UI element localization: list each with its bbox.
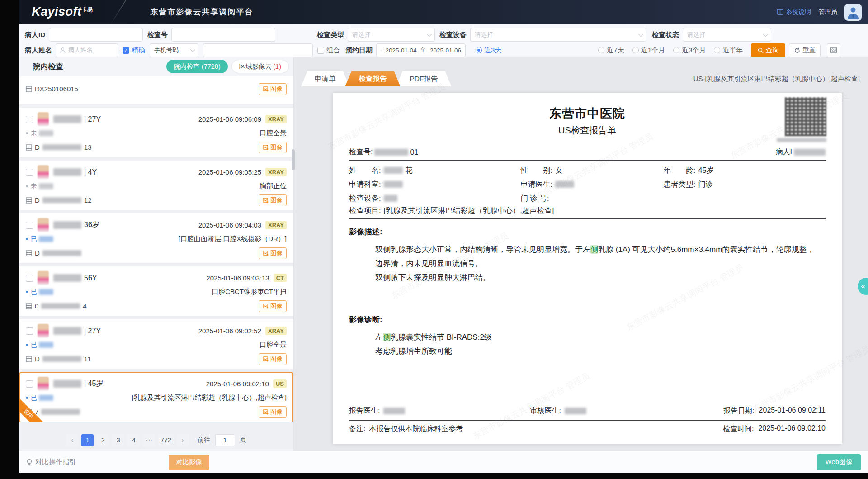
image-button[interactable]: 图像 bbox=[259, 142, 287, 153]
page-button[interactable]: 2 bbox=[97, 434, 109, 446]
report-area: 申请单 检查报告 PDF报告 US-[乳腺及其引流区淋巴结彩超（乳腺中心）,超声… bbox=[294, 57, 868, 451]
patient-name-input[interactable]: 病人姓名 bbox=[56, 43, 118, 57]
exam-no-input[interactable] bbox=[171, 28, 275, 42]
range-radio-3m[interactable] bbox=[673, 47, 679, 53]
exam-card[interactable]: 36岁 2025-01-06 09:04:03 XRAY 已 [口腔曲面断层,口… bbox=[19, 213, 293, 263]
bulb-icon bbox=[26, 459, 33, 466]
exam-status: 已 bbox=[26, 288, 53, 296]
date-range-picker[interactable]: 2025-01-04至2025-01-06 bbox=[376, 43, 466, 57]
diagnosis-body: 左侧乳腺囊实性结节 BI-RADS:2级考虑乳腺增生所致可能 bbox=[349, 330, 826, 358]
page-unit-label: 页 bbox=[240, 436, 246, 444]
system-help-link[interactable]: 系统说明 bbox=[777, 8, 811, 16]
query-button[interactable]: 查询 bbox=[751, 43, 785, 57]
qr-caption-masked bbox=[777, 138, 826, 142]
exam-datetime: 2025-01-06 09:04:03 bbox=[198, 221, 261, 229]
appoint-date-label: 预约日期 bbox=[345, 46, 373, 55]
page-button[interactable]: 3 bbox=[112, 434, 124, 446]
hospital-name: 东营市中医院 bbox=[349, 105, 826, 122]
device-masked bbox=[384, 195, 397, 202]
patient-id-masked bbox=[794, 149, 826, 156]
exam-time: 2025-01-06 09:02:10 bbox=[758, 424, 826, 434]
web-image-button[interactable]: Web图像 bbox=[817, 454, 861, 470]
report-tabs: 申请单 检查报告 PDF报告 bbox=[301, 71, 448, 86]
patient-name-masked bbox=[384, 167, 403, 174]
reset-button[interactable]: 重置 bbox=[789, 43, 821, 57]
exam-checkbox[interactable] bbox=[26, 380, 33, 388]
range-radio-3d[interactable] bbox=[476, 47, 482, 53]
exam-card[interactable]: 56Y 2025-01-06 09:03:13 CT 已 口腔CBCT锥形束CT… bbox=[19, 266, 293, 316]
exam-name: [乳腺及其引流区淋巴结彩超（乳腺中心）,超声检查] bbox=[132, 394, 287, 402]
patient-age: 36岁 bbox=[84, 220, 99, 230]
compare-guide[interactable]: 对比操作指引 bbox=[26, 458, 76, 466]
image-edit-icon bbox=[263, 409, 269, 415]
phone-input[interactable] bbox=[203, 43, 313, 57]
exam-checkbox[interactable] bbox=[26, 275, 33, 282]
exam-checkbox[interactable] bbox=[26, 169, 33, 176]
calendar-icon bbox=[381, 47, 382, 53]
tab-region-cloud[interactable]: 区域影像云(1) bbox=[231, 60, 289, 73]
compare-images-button[interactable]: 对比影像 bbox=[169, 455, 209, 470]
page-button[interactable]: 4 bbox=[127, 434, 140, 446]
patient-avatar bbox=[38, 165, 49, 179]
user-name[interactable]: 管理员 bbox=[818, 8, 837, 16]
exam-card[interactable]: | 4Y 2025-01-06 09:05:25 XRAY 未 胸部正位 D12… bbox=[19, 161, 293, 210]
page-ellipsis[interactable]: ··· bbox=[143, 434, 155, 446]
exam-sidebar: 院内检查 院内检查 (7720) 区域影像云(1) DX250106015 图像 bbox=[19, 57, 294, 451]
exam-id: 04 bbox=[26, 302, 87, 310]
goto-page-input[interactable] bbox=[215, 434, 235, 446]
exam-checkbox[interactable] bbox=[26, 116, 33, 123]
app-window: Kayisoft卡易 东营市影像云共享调阅平台 系统说明 管理员 病人ID 检查… bbox=[19, 0, 868, 473]
range-radio-6m[interactable] bbox=[714, 47, 720, 53]
combo-checkbox[interactable] bbox=[317, 47, 324, 54]
range-radio-7d[interactable] bbox=[598, 47, 604, 53]
layout-switch-button[interactable] bbox=[827, 43, 840, 57]
device-select[interactable]: 请选择 bbox=[470, 28, 646, 42]
status-masked bbox=[39, 342, 53, 348]
divider bbox=[349, 218, 826, 219]
patient-id-input[interactable] bbox=[49, 28, 143, 42]
exact-checkbox[interactable]: ✓ bbox=[123, 47, 129, 54]
patient-name-masked bbox=[53, 327, 81, 335]
exam-id: D bbox=[26, 249, 84, 257]
next-page-button[interactable]: › bbox=[177, 434, 189, 446]
image-button[interactable]: 图像 bbox=[259, 406, 287, 418]
tab-exam-report[interactable]: 检查报告 bbox=[345, 71, 401, 86]
phone-select[interactable]: 手机号码 bbox=[150, 43, 198, 57]
status-select[interactable]: 请选择 bbox=[683, 28, 771, 42]
exam-datetime: 2025-01-06 09:02:10 bbox=[206, 380, 269, 388]
image-button[interactable]: 图像 bbox=[259, 353, 287, 365]
exam-no-masked bbox=[374, 149, 408, 156]
exam-status: 未 bbox=[26, 182, 53, 190]
report-page: 东营市中医院 US检查报告单 检查号: 01 病人I 姓 名:花 性 别:女 年… bbox=[333, 93, 842, 444]
patient-id: 病人I bbox=[776, 147, 826, 157]
image-button[interactable]: 图像 bbox=[259, 83, 287, 95]
tab-pdf-report[interactable]: PDF报告 bbox=[396, 71, 452, 86]
exam-checkbox[interactable] bbox=[26, 222, 33, 229]
image-button[interactable]: 图像 bbox=[259, 194, 287, 206]
patient-age: | 27Y bbox=[84, 115, 101, 123]
exam-card[interactable]: | 45岁 2025-01-06 09:02:10 US 已 [乳腺及其引流区淋… bbox=[19, 372, 293, 422]
image-button[interactable]: 图像 bbox=[259, 247, 287, 259]
tab-local-exams[interactable]: 院内检查 (7720) bbox=[166, 60, 228, 73]
exam-card[interactable]: | 27Y 2025-01-06 09:06:09 XRAY 未 口腔全景 D1… bbox=[19, 108, 293, 157]
page-button[interactable]: 1 bbox=[81, 434, 94, 446]
divider bbox=[349, 420, 826, 421]
prev-page-button[interactable]: ‹ bbox=[66, 434, 78, 446]
tab-request-form[interactable]: 申请单 bbox=[301, 71, 349, 86]
image-edit-icon bbox=[263, 356, 269, 362]
panel-resize-handle[interactable] bbox=[292, 149, 295, 170]
exam-checkbox[interactable] bbox=[26, 327, 33, 335]
exam-card[interactable]: | 27Y 2025-01-06 09:02:52 XRAY 已 口腔全景 D1… bbox=[19, 319, 293, 369]
exam-id-masked bbox=[42, 356, 81, 362]
page-button[interactable]: 772 bbox=[158, 434, 173, 446]
exam-status: 已 bbox=[26, 341, 53, 349]
exam-card[interactable]: DX250106015 图像 bbox=[19, 76, 293, 104]
grid-icon bbox=[26, 356, 32, 362]
patient-avatar bbox=[38, 377, 49, 391]
exam-name: 口腔CBCT锥形束CT平扫 bbox=[212, 288, 287, 296]
range-radio-1m[interactable] bbox=[632, 47, 639, 53]
image-button[interactable]: 图像 bbox=[259, 300, 287, 312]
user-avatar[interactable] bbox=[844, 4, 862, 21]
exam-type-select[interactable]: 请选择 bbox=[348, 28, 435, 42]
brand-logo: Kayisoft卡易 bbox=[32, 5, 93, 19]
